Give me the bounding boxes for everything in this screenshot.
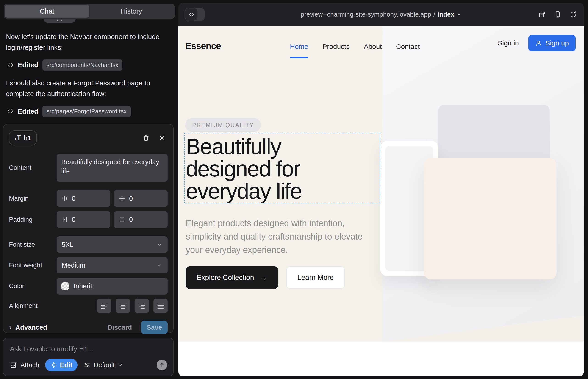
content-label: Content <box>9 164 57 171</box>
color-label: Color <box>9 283 57 290</box>
color-picker[interactable]: Inherit <box>57 278 168 295</box>
browser-chrome: preview--charming-site-symphony.lovable.… <box>178 3 584 26</box>
nav-link-products[interactable]: Products <box>323 43 350 50</box>
close-editor-button[interactable] <box>157 132 168 143</box>
chevron-down-icon <box>156 241 163 248</box>
explore-collection-button[interactable]: Explore Collection → <box>186 266 278 289</box>
url-path: index <box>438 11 454 18</box>
prompt-input[interactable]: Ask Lovable to modify H1... <box>10 345 167 353</box>
chat-message: Now let's update the Navbar component to… <box>6 31 169 53</box>
align-justify-icon <box>157 302 164 310</box>
code-toggle-segment[interactable] <box>185 8 197 21</box>
padding-label: Padding <box>9 216 57 223</box>
nav-link-home[interactable]: Home <box>290 43 308 50</box>
nav-link-about[interactable]: About <box>364 43 382 50</box>
chevron-down-icon <box>457 12 462 17</box>
signup-button[interactable]: Sign up <box>528 35 576 51</box>
prompt-box: Ask Lovable to modify H1... Attach <box>3 338 174 376</box>
url-separator: / <box>433 11 435 18</box>
premium-badge: PREMIUM QUALITY <box>185 118 261 132</box>
save-button[interactable]: Save <box>141 321 168 334</box>
advanced-toggle[interactable]: › Advanced <box>9 323 47 332</box>
code-icon <box>7 62 14 68</box>
padding-vertical-icon <box>119 216 125 223</box>
code-icon <box>7 108 14 115</box>
attach-image-icon <box>10 361 17 369</box>
attach-button[interactable]: Attach <box>10 361 39 369</box>
padding-horizontal-icon <box>61 216 68 223</box>
align-right-button[interactable] <box>135 299 149 313</box>
edited-label: Edited <box>18 108 38 115</box>
typography-icon: тT <box>15 134 21 142</box>
margin-horizontal-icon <box>61 195 68 202</box>
padding-y-input[interactable]: 0 <box>114 211 168 228</box>
font-weight-select[interactable]: Medium <box>57 257 168 273</box>
element-selection-outline[interactable] <box>184 133 380 203</box>
code-preview-toggle[interactable] <box>185 8 204 21</box>
file-chip[interactable]: src/pages/ForgotPassword.tsx <box>42 106 131 117</box>
site-navbar: Essence Home Products About Contact Sign… <box>178 26 584 65</box>
learn-more-button[interactable]: Learn More <box>286 266 345 289</box>
color-swatch <box>61 282 69 290</box>
tab-history[interactable]: History <box>89 5 174 18</box>
align-center-button[interactable] <box>116 299 130 313</box>
mobile-view-button[interactable] <box>554 11 561 18</box>
signin-link[interactable]: Sign in <box>498 39 519 47</box>
alignment-label: Alignment <box>9 302 57 310</box>
discard-button[interactable]: Discard <box>108 324 132 331</box>
user-icon <box>535 40 542 47</box>
decorative-card-cream <box>424 158 557 279</box>
open-external-icon <box>539 11 546 18</box>
font-weight-label: Font weight <box>9 262 57 269</box>
align-right-icon <box>138 302 146 310</box>
refresh-icon <box>570 11 577 18</box>
mobile-icon <box>554 11 561 18</box>
edited-file-row[interactable]: Edited src/pages/ForgotPassword.tsx <box>7 106 131 117</box>
margin-x-input[interactable]: 0 <box>57 190 110 207</box>
nav-link-contact[interactable]: Contact <box>396 43 420 50</box>
site-viewport: Essence Home Products About Contact Sign… <box>178 26 584 376</box>
align-justify-button[interactable] <box>154 299 168 313</box>
open-external-button[interactable] <box>539 11 546 18</box>
code-icon <box>188 12 194 17</box>
file-chip[interactable]: src/components/Navbar.tsx <box>42 59 123 71</box>
content-input[interactable]: Beautifully designed for everyday life <box>57 154 168 182</box>
margin-y-input[interactable]: 0 <box>114 190 168 207</box>
model-selector[interactable]: Default <box>83 361 123 369</box>
edited-label: Edited <box>18 61 38 69</box>
chevron-right-icon: › <box>9 323 12 332</box>
element-tag: h1 <box>24 134 31 142</box>
padding-x-input[interactable]: 0 <box>57 211 110 228</box>
hero-paragraph: Elegant products designed with intention… <box>186 217 369 256</box>
sliders-icon <box>83 361 91 369</box>
hero-section: Essence Home Products About Contact Sign… <box>178 26 584 342</box>
send-button[interactable] <box>157 360 167 370</box>
url-bar[interactable]: preview--charming-site-symphony.lovable.… <box>301 11 462 18</box>
refresh-button[interactable] <box>570 11 577 18</box>
align-left-button[interactable] <box>97 299 111 313</box>
crosshair-icon <box>50 362 57 368</box>
margin-label: Margin <box>9 195 57 202</box>
edit-mode-button[interactable]: Edit <box>45 359 77 371</box>
margin-vertical-icon <box>119 195 125 202</box>
element-editor-panel: тT h1 Content <box>3 124 174 333</box>
font-size-label: Font size <box>9 241 57 248</box>
chat-panel: Chat History Now let's update the Navbar… <box>0 0 178 379</box>
font-size-select[interactable]: 5XL <box>57 236 168 253</box>
url-domain: preview--charming-site-symphony.lovable.… <box>301 11 431 18</box>
align-left-icon <box>100 302 108 310</box>
chevron-down-icon <box>117 362 123 368</box>
app-window: Chat History Now let's update the Navbar… <box>0 0 588 379</box>
arrow-up-icon <box>159 362 165 368</box>
align-center-icon <box>119 302 127 310</box>
preview-browser: preview--charming-site-symphony.lovable.… <box>178 3 584 376</box>
tab-chat[interactable]: Chat <box>5 5 89 18</box>
delete-element-button[interactable] <box>140 132 152 143</box>
arrow-right-icon: → <box>260 273 267 282</box>
site-logo[interactable]: Essence <box>185 41 221 51</box>
chevron-down-icon <box>156 262 163 268</box>
chat-message: I should also create a Forgot Password p… <box>6 78 169 99</box>
selected-element-badge: тT h1 <box>9 130 37 145</box>
panel-tabbar: Chat History <box>4 4 175 19</box>
edited-file-row[interactable]: Edited src/components/Navbar.tsx <box>7 59 123 71</box>
